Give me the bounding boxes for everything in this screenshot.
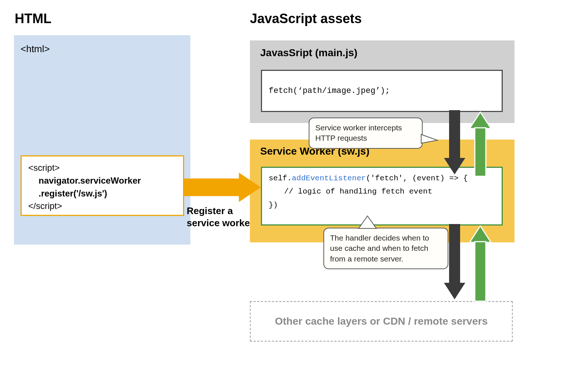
sw-code-line3: }) — [269, 198, 495, 211]
arrow-down-1 — [444, 110, 465, 176]
script-open: <script> — [28, 162, 176, 174]
register-label-l1: Register a — [187, 205, 254, 217]
svg-marker-2 — [359, 216, 376, 228]
svg-marker-4 — [444, 158, 465, 174]
mainjs-heading: JavasSript (main.js) — [260, 47, 358, 59]
mainjs-code-text: fetch(‘path/image.jpeg’); — [269, 85, 390, 97]
svg-rect-7 — [449, 224, 460, 283]
arrow-up-2 — [470, 224, 491, 301]
svg-marker-8 — [444, 283, 465, 299]
svg-marker-5 — [470, 112, 491, 129]
register-label: Register a service worker — [187, 205, 254, 229]
svg-rect-3 — [449, 110, 460, 158]
script-close: </script> — [28, 200, 176, 213]
callout-handler-l3: from a remote server. — [330, 254, 442, 264]
svg-marker-1 — [421, 134, 437, 143]
callout-handler-tail — [356, 216, 379, 231]
html-script-box: <script> navigator.serviceWorker .regist… — [21, 155, 184, 216]
mainjs-code: fetch(‘path/image.jpeg’); — [261, 70, 503, 112]
footer-text: Other cache layers or CDN / remote serve… — [275, 315, 488, 327]
callout-intercept-l2: HTTP requests — [315, 133, 416, 143]
sw-code: self.addEventListener('fetch', (event) =… — [261, 167, 503, 225]
svg-marker-9 — [470, 226, 491, 242]
callout-handler-l2: use cache and when to fetch — [330, 243, 442, 253]
sw-code-line2: // logic of handling fetch event — [269, 184, 495, 197]
arrow-up-1 — [470, 110, 491, 176]
svg-rect-6 — [475, 128, 486, 176]
register-arrow — [184, 173, 261, 202]
callout-handler: The handler decides when to use cache an… — [323, 228, 448, 269]
svg-marker-0 — [184, 173, 261, 202]
heading-js: JavaScript assets — [250, 11, 362, 26]
footer-box: Other cache layers or CDN / remote serve… — [250, 301, 513, 342]
svg-rect-10 — [475, 242, 486, 301]
callout-handler-l1: The handler decides when to — [330, 233, 442, 243]
heading-html: HTML — [15, 11, 51, 26]
script-line1: navigator.serviceWorker — [28, 174, 176, 187]
html-open-tag: <html> — [21, 43, 50, 55]
callout-intercept: Service worker intercepts HTTP requests — [309, 118, 423, 149]
register-label-l2: service worker — [187, 217, 254, 229]
script-line2: .register('/sw.js') — [28, 187, 176, 200]
callout-intercept-tail — [419, 132, 441, 147]
callout-intercept-l1: Service worker intercepts — [315, 123, 416, 133]
